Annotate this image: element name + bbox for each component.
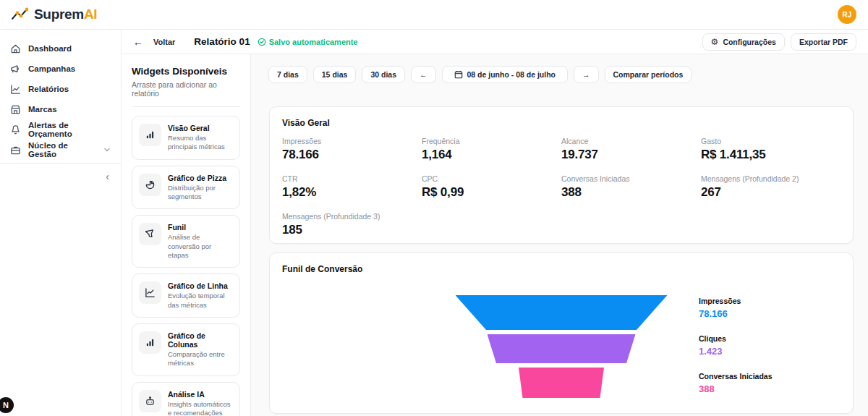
widget-title: Visão Geral [168, 124, 233, 132]
exportar-pdf-button[interactable]: Exportar PDF [791, 33, 856, 51]
widgets-panel-divider [132, 106, 240, 107]
widget-title: Gráfico de Linha [168, 281, 233, 290]
logo-text: SupremAI [34, 7, 97, 22]
gear-icon: ⚙ [711, 38, 719, 46]
chart-line-icon [10, 84, 21, 95]
next-period-button[interactable]: → [574, 66, 599, 83]
metric-ctr: CTR 1,82% [282, 174, 422, 200]
widget-title: Gráfico de Pizza [168, 174, 233, 182]
overview-title: Visão Geral [270, 107, 853, 128]
configuracoes-button[interactable]: ⚙ Configurações [702, 33, 785, 51]
funnel-stage-conversas [519, 368, 604, 398]
metrics-grid: Impressões 78.166 Frequência 1,164 Alcan… [270, 128, 853, 237]
sidebar-item-nucleo-gestao[interactable]: Núcleo de Gestão [0, 143, 121, 157]
widget-title: Funil [168, 223, 233, 232]
bell-icon [10, 124, 21, 135]
funnel-icon [139, 223, 161, 245]
prev-period-button[interactable]: ← [411, 66, 436, 83]
back-arrow-icon: ← [133, 36, 143, 48]
autosave-status: Salvo automaticamente [258, 38, 358, 46]
widget-card-grafico-colunas[interactable]: Gráfico de Colunas Comparação entre métr… [132, 323, 240, 376]
sidebar-item-label: Campanhas [28, 64, 75, 73]
widget-description: Comparação entre métricas [168, 350, 233, 368]
app-logo[interactable]: SupremAI [12, 7, 97, 22]
widget-description: Insights automáticos e recomendações [168, 400, 233, 416]
bar-chart-icon [139, 124, 161, 146]
funnel-widget: Funil de Conversão Impressões 78.166 Cli… [269, 252, 854, 414]
logo-chart-icon [12, 7, 29, 22]
autosave-label: Salvo automaticamente [269, 38, 358, 46]
metric-gasto: Gasto R$ 1.411,35 [701, 137, 841, 162]
date-range-button[interactable]: 08 de junho - 08 de julho [442, 66, 569, 83]
briefcase-icon [10, 145, 21, 156]
column-chart-icon [139, 331, 161, 354]
pie-chart-icon [139, 174, 161, 196]
exportar-pdf-label: Exportar PDF [799, 38, 848, 46]
robot-icon [139, 390, 161, 412]
metric-conversas-iniciadas: Conversas Iniciadas 388 [561, 174, 701, 200]
funnel-stage-cliques [488, 334, 636, 363]
sidebar-item-marcas[interactable]: Marcas [0, 102, 121, 116]
widget-title: Gráfico de Colunas [168, 331, 233, 349]
metric-cpc: CPC R$ 0,99 [422, 174, 561, 200]
widget-card-visao-geral[interactable]: Visão Geral Resumo das principais métric… [132, 116, 240, 160]
storefront-icon [10, 104, 21, 115]
home-icon [10, 43, 21, 54]
sidebar-item-label: Dashboard [28, 44, 72, 53]
widget-card-analise-ia[interactable]: Análise IA Insights automáticos e recome… [132, 382, 240, 416]
sidebar-item-label: Marcas [28, 105, 57, 114]
sidebar-item-dashboard[interactable]: Dashboard [0, 41, 121, 56]
sidebar-item-campanhas[interactable]: Campanhas [0, 61, 121, 76]
widget-description: Análise de conversão por etapas [168, 233, 233, 260]
check-circle-icon [258, 38, 266, 46]
date-toolbar: 7 dias 15 dias 30 dias ← 08 de junho - 0… [268, 66, 692, 83]
funnel-legend: Impressões 78.166 Cliques 1.423 Conversa… [699, 297, 773, 394]
topbar: SupremAI RJ [0, 0, 868, 30]
sidebar-item-label: Alertas de Orçamento [28, 121, 111, 138]
widget-title: Análise IA [168, 390, 233, 399]
widgets-panel: Widgets Disponíveis Arraste para adicion… [122, 54, 251, 416]
widget-card-grafico-pizza[interactable]: Gráfico de Pizza Distribuição por segmen… [132, 166, 240, 210]
sidebar-item-label: Relatórios [28, 85, 69, 93]
metric-frequencia: Frequência 1,164 [422, 137, 561, 162]
avatar[interactable]: RJ [838, 5, 856, 24]
funnel-title: Funil de Conversão [270, 253, 853, 274]
widget-card-grafico-linha[interactable]: Gráfico de Linha Evolução temporal das m… [132, 273, 240, 318]
line-chart-icon [139, 281, 161, 304]
back-button[interactable]: ← Voltar [133, 36, 175, 48]
sidebar-item-relatorios[interactable]: Relatórios [0, 82, 121, 96]
range-7-dias-button[interactable]: 7 dias [268, 66, 307, 83]
sidebar-item-alertas[interactable]: Alertas de Orçamento [0, 122, 121, 137]
report-header: ← Voltar Relatório 01 Salvo automaticame… [122, 30, 868, 54]
metric-mensagens-p2: Mensagens (Profundidade 2) 267 [701, 174, 841, 200]
legend-item-conversas: Conversas Iniciadas 388 [699, 372, 773, 394]
widgets-panel-title: Widgets Disponíveis [132, 66, 240, 77]
report-title: Relatório 01 [194, 36, 250, 47]
sidebar-item-label: Núcleo de Gestão [28, 141, 96, 158]
funnel-chart [453, 295, 670, 402]
widgets-panel-subtitle: Arraste para adicionar ao relatório [132, 80, 240, 98]
legend-item-impressoes: Impressões 78.166 [699, 297, 773, 319]
calendar-icon [454, 70, 463, 79]
funnel-stage-impressoes [456, 295, 668, 330]
back-label: Voltar [153, 38, 175, 46]
metric-alcance: Alcance 19.737 [561, 137, 701, 162]
sidebar-collapse-button[interactable]: ‹ [0, 171, 121, 182]
metric-mensagens-p3: Mensagens (Profundidade 3) 185 [282, 212, 422, 237]
overview-widget: Visão Geral Impressões 78.166 Frequência… [269, 106, 854, 244]
widget-description: Distribuição por segmentos [168, 184, 233, 202]
sidebar-divider [0, 163, 121, 164]
range-15-dias-button[interactable]: 15 dias [313, 66, 357, 83]
sidebar: Dashboard Campanhas Relatórios Marcas Al… [0, 30, 122, 416]
widget-card-funil[interactable]: Funil Análise de conversão por etapas [132, 215, 240, 268]
configuracoes-label: Configurações [723, 38, 776, 46]
date-range-label: 08 de junho - 08 de julho [467, 70, 556, 79]
widget-description: Resumo das principais métricas [168, 134, 233, 152]
legend-item-cliques: Cliques 1.423 [699, 334, 773, 357]
chevron-down-icon [103, 146, 111, 153]
compare-periods-button[interactable]: Comparar períodos [605, 66, 692, 83]
widget-description: Evolução temporal das métricas [168, 292, 233, 310]
main-content: 7 dias 15 dias 30 dias ← 08 de junho - 0… [251, 54, 868, 416]
range-30-dias-button[interactable]: 30 dias [362, 66, 405, 83]
header-actions: ⚙ Configurações Exportar PDF [702, 33, 856, 51]
